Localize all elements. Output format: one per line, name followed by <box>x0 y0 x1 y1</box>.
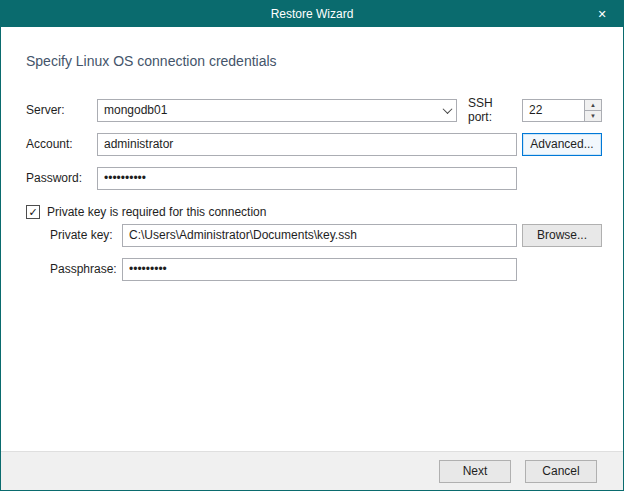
passphrase-field[interactable] <box>122 258 517 281</box>
account-input[interactable] <box>97 133 517 156</box>
private-key-checkbox[interactable]: ✓ <box>26 205 40 219</box>
ssh-port-stepper: ▲ ▼ <box>522 99 602 122</box>
browse-button[interactable]: Browse... <box>522 224 602 247</box>
restore-wizard-window: Restore Wizard ✕ Specify Linux OS connec… <box>0 0 624 491</box>
server-combobox <box>97 99 457 122</box>
chevron-down-icon[interactable] <box>438 100 456 121</box>
ssh-port-label: SSH port: <box>468 96 520 124</box>
checkmark-icon: ✓ <box>28 206 37 219</box>
server-label: Server: <box>26 103 97 117</box>
password-label: Password: <box>26 171 97 185</box>
cancel-button[interactable]: Cancel <box>525 460 597 483</box>
passphrase-label: Passphrase: <box>50 262 122 276</box>
passphrase-row: Passphrase: <box>1 256 623 282</box>
server-combobox-input[interactable] <box>97 99 457 122</box>
private-key-label: Private key: <box>50 228 122 242</box>
private-key-input[interactable] <box>122 224 517 247</box>
account-row: Account: Advanced... <box>1 131 623 157</box>
private-key-row: Private key: Browse... <box>1 222 623 248</box>
server-row: Server: SSH port: ▲ ▼ <box>1 97 623 123</box>
spin-up-icon[interactable]: ▲ <box>585 100 601 110</box>
advanced-button[interactable]: Advanced... <box>522 133 602 156</box>
next-button[interactable]: Next <box>439 460 511 483</box>
password-field[interactable] <box>97 167 517 190</box>
account-label: Account: <box>26 137 97 151</box>
spin-down-icon[interactable]: ▼ <box>585 110 601 121</box>
password-row: Password: <box>1 165 623 191</box>
titlebar: Restore Wizard ✕ <box>1 1 623 27</box>
private-key-checkbox-label[interactable]: Private key is required for this connect… <box>47 205 266 219</box>
window-title: Restore Wizard <box>271 7 354 21</box>
page-title: Specify Linux OS connection credentials <box>26 53 277 69</box>
close-icon[interactable]: ✕ <box>581 1 623 27</box>
footer: Next Cancel <box>1 451 623 490</box>
